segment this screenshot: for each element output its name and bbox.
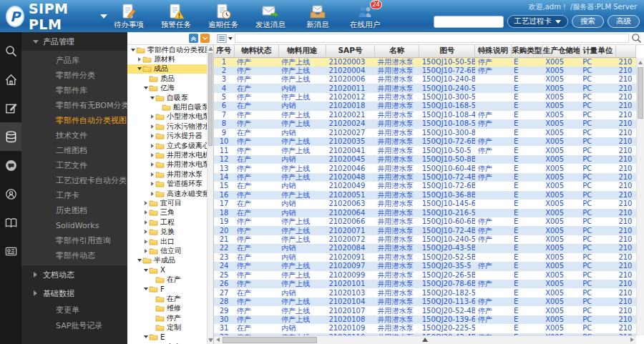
column-header[interactable]: 物料状态 — [234, 45, 278, 57]
strip-database-icon[interactable] — [0, 122, 21, 151]
column-header[interactable]: 物料用途 — [278, 45, 326, 57]
tree-node[interactable]: 污水污物潜水电泵 — [127, 122, 207, 131]
tree-node[interactable]: 井用潜水泵 — [127, 169, 207, 179]
tree-node[interactable]: 半成品 — [127, 256, 207, 265]
table-row[interactable]: 25停产停产上线21020099井用潜水泵150QJ20-26-5B..EX00… — [214, 271, 636, 280]
tree-node[interactable]: X — [127, 265, 207, 275]
scroll-up-icon[interactable] — [638, 61, 643, 64]
chevron-down-icon[interactable] — [142, 87, 149, 89]
table-hscroll-thumb[interactable] — [223, 337, 317, 343]
search-icon[interactable] — [631, 33, 642, 44]
table-vscroll-thumb[interactable] — [638, 67, 643, 119]
scroll-down-icon[interactable] — [208, 338, 213, 342]
tree-node[interactable]: 高速永磁变频离心泵 — [127, 189, 207, 198]
strip-app-search-icon[interactable] — [0, 36, 21, 65]
table-row[interactable]: 30停产停产上线21020108井用潜水泵150QJ20-139-6..停产EX… — [214, 315, 636, 324]
menu-item[interactable]: 历史图档 — [21, 203, 127, 218]
strip-chat-icon[interactable] — [0, 151, 21, 180]
strip-broadcast-icon[interactable] — [0, 180, 21, 208]
search-input[interactable] — [434, 16, 504, 28]
tree-node[interactable]: F — [127, 285, 207, 294]
menu-section-0[interactable]: 产品管理 — [21, 32, 127, 51]
chevron-down-icon[interactable] — [136, 259, 142, 262]
chevron-right-icon[interactable] — [142, 230, 149, 234]
advanced-button[interactable]: 高级 — [608, 15, 640, 28]
table-row[interactable]: 2停产停产上线21020004井用潜水泵150QJ10-72-6BH停产EX00… — [214, 67, 636, 75]
tree-node[interactable]: 污水提升器 — [127, 132, 207, 141]
topbar-action-send-message[interactable]: 发送消息 — [252, 3, 289, 30]
table-row[interactable]: 29停产停产上线21020107井用潜水泵150QJ20-52-4BH停产EX0… — [214, 306, 636, 315]
tree-node[interactable]: 定制 — [127, 323, 207, 332]
table-row[interactable]: 31在产内销21020109井用潜水泵150QJ20-225-5..EX005P… — [214, 324, 636, 333]
tree-node[interactable]: 出口 — [127, 237, 207, 246]
table-row[interactable]: 19停产停产上线21020066井用潜水泵150QJ10-60-6BE停产EX0… — [214, 217, 636, 226]
quick-filter-input[interactable] — [235, 34, 629, 43]
chevron-down-icon[interactable] — [136, 67, 142, 70]
table-row[interactable]: 27在产内销21020103井用潜水泵150QJ20-182-5..EX005P… — [214, 288, 636, 297]
menu-item[interactable]: 零部件分类 — [21, 68, 127, 83]
menu-item[interactable]: 零部件自动分类视图 — [21, 113, 127, 128]
menu-section-1[interactable]: 文档动态 — [21, 265, 127, 284]
table-row[interactable]: 10停产停产上线21020035井用潜水泵150QJ10-72-6BE停产EX0… — [214, 137, 636, 146]
tree-node[interactable]: 维修 — [127, 304, 207, 313]
table-row[interactable]: 21停产停产上线21020072井用潜水泵150QJ10-240-5..停产EX… — [214, 235, 636, 244]
column-header[interactable]: 名称 — [375, 45, 419, 57]
column-header[interactable]: 特殊说明 — [475, 45, 511, 57]
tree-scrollbar-thumb[interactable] — [208, 53, 213, 146]
chevron-right-icon[interactable] — [149, 124, 155, 129]
menu-item[interactable]: 工艺过程卡自动分类 — [21, 173, 127, 188]
scroll-left-icon[interactable] — [216, 338, 220, 342]
tree-node[interactable]: 成品 — [127, 64, 207, 74]
table-row[interactable]: 28停产停产上线21020104井用潜水泵150QJ20-113-6..停产EX… — [214, 298, 636, 306]
tree-node[interactable]: 小型潜水电泵 — [127, 112, 207, 122]
table-row[interactable]: 1停产停产上线21020003井用潜水泵150QJ10-50-5B..停产EX0… — [214, 57, 636, 67]
chevron-down-icon[interactable] — [149, 97, 155, 99]
table-scrollbar-horizontal[interactable] — [214, 335, 636, 344]
tree-node[interactable]: 信立司 — [127, 246, 207, 255]
panel-expander-icon[interactable] — [422, 338, 428, 342]
tree-node[interactable]: 质品 — [127, 74, 207, 83]
search-button[interactable]: 搜索 — [572, 15, 604, 28]
chevron-right-icon[interactable] — [142, 220, 149, 225]
table-row[interactable]: 14停产停产上线21020048井用潜水泵150QJ10-72-4BE停产EX0… — [214, 173, 636, 182]
strip-book-icon[interactable] — [0, 208, 21, 237]
tree-scrollbar[interactable] — [207, 45, 213, 344]
table-row[interactable]: 16停产停产上线21020051井用潜水泵150QJ10-36-8B..EX00… — [214, 191, 636, 200]
strip-compose-icon[interactable] — [0, 94, 21, 122]
app-logo[interactable]: P SIPM PLM — [0, 1, 107, 32]
tree-node[interactable]: 原材料 — [127, 54, 207, 64]
scroll-right-icon[interactable] — [630, 338, 634, 342]
table-row[interactable]: 18在产内销21020064井用潜水泵150QJ10-216-5..EX005P… — [214, 209, 636, 217]
table-row[interactable]: 23在产内销21020091井用潜水泵150QJ20-52-5BEX005PC2… — [214, 253, 636, 262]
table-row[interactable]: 15在产内销21020049井用潜水泵150QJ10-72-6B..EX005P… — [214, 182, 636, 190]
chevron-right-icon[interactable] — [142, 249, 149, 253]
menu-item[interactable]: 工艺文件 — [21, 158, 127, 173]
tree-node[interactable]: 管道循环泵 — [127, 179, 207, 188]
column-header[interactable] — [615, 45, 635, 57]
menu-item[interactable]: 零部件有无BOM分类 — [21, 98, 127, 113]
tree-node[interactable]: 兑换 — [127, 227, 207, 236]
menu-item[interactable]: 零部件库 — [21, 83, 127, 98]
tree-node[interactable]: 井用潜水电泵 — [127, 160, 207, 169]
topbar-action-new-message[interactable]: 新消息 — [299, 3, 336, 30]
menu-item[interactable]: 零部件动态 — [21, 248, 127, 263]
table-row[interactable]: 17在产内销21020063井用潜水泵150QJ10-145-6..EX005P… — [214, 200, 636, 208]
tree-node[interactable]: 三角 — [127, 208, 207, 217]
topbar-action-overdue-tasks[interactable]: 逾期任务 — [205, 3, 242, 30]
menu-item[interactable]: SolidWorks — [21, 218, 127, 233]
table-row[interactable]: 7停产停产上线21020021井用潜水泵150QJ10-108-4..停产EX0… — [214, 111, 636, 119]
column-chooser-icon[interactable] — [217, 34, 233, 44]
table-row[interactable]: 6在产内销21020018井用潜水泵150QJ10-168-5..EX005PC… — [214, 102, 636, 110]
chevron-right-icon[interactable] — [149, 144, 155, 148]
menu-item[interactable]: 变更单 — [21, 303, 127, 318]
table-row[interactable]: 11停产停产上线21020041井用潜水泵150QJ10-50-5停产EX005… — [214, 146, 636, 154]
tree-node[interactable]: 立式多级离心泵 — [127, 141, 207, 150]
chevron-down-icon[interactable] — [142, 288, 149, 290]
chevron-down-icon[interactable] — [142, 335, 149, 338]
chevron-right-icon[interactable] — [142, 240, 149, 244]
chevron-right-icon[interactable] — [149, 162, 155, 167]
column-header[interactable]: 生产仓储地点 — [542, 45, 580, 57]
table-row[interactable]: 26停产停产上线21020101井用潜水泵150QJ20-78-6BH停产EX0… — [214, 280, 636, 288]
column-header[interactable]: 计量单位 — [580, 45, 615, 57]
tree-node[interactable]: 在产 — [127, 294, 207, 303]
